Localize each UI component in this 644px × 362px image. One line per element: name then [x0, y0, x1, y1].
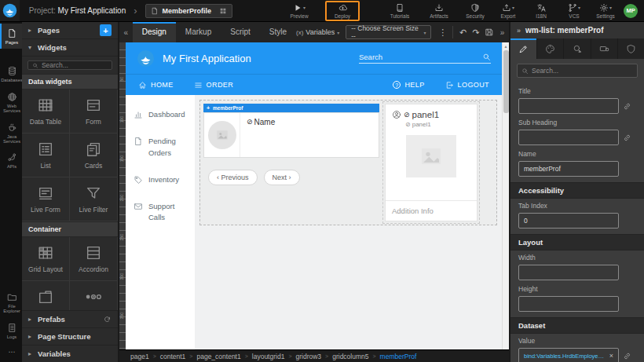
tab-styles[interactable]	[537, 38, 564, 59]
scrollbar-thumb[interactable]	[503, 50, 509, 113]
tutorials-button[interactable]: Tutorials	[388, 3, 412, 19]
bind-link-icon[interactable]	[623, 102, 631, 111]
tab-style[interactable]: Style	[260, 22, 296, 42]
prefabs-section-header[interactable]: ▸ Prefabs	[22, 310, 118, 327]
app-search-input[interactable]	[359, 53, 482, 61]
tab-design[interactable]: Design	[133, 22, 176, 42]
wavemaker-logo[interactable]	[0, 0, 20, 21]
value-bind-chip[interactable]: bind:Variables.HrdbEmployeeData.data ×	[518, 348, 619, 362]
nav-item-order[interactable]: ORDER	[194, 81, 234, 90]
tab-markup[interactable]: Markup	[176, 22, 221, 42]
next-button[interactable]: Next ›	[264, 170, 300, 185]
widget-tile-cards[interactable]: Cards	[70, 133, 118, 177]
title-input[interactable]	[518, 98, 619, 114]
refresh-prefabs-button[interactable]	[103, 315, 112, 324]
screen-size-select[interactable]: -- Choose Screen Size -- ▾	[346, 25, 431, 39]
tab-events[interactable]	[564, 38, 591, 59]
sidebar-item-java-services[interactable]: Java Services	[0, 118, 22, 148]
list-widget-memberprof[interactable]: + memberProf ⊘	[203, 104, 379, 221]
sidebar-more-button[interactable]: ⋯	[0, 343, 22, 362]
settings-button[interactable]: ▾ Settings	[594, 3, 617, 19]
save-button[interactable]	[483, 24, 496, 40]
i18n-button[interactable]: I18N	[529, 3, 553, 19]
widget-tile-live-filter[interactable]: Live Filter	[70, 177, 118, 221]
collapse-properties-button[interactable]: »	[517, 27, 521, 35]
list-widget-title-bar[interactable]: + memberProf	[203, 104, 379, 112]
widget-tile-live-form[interactable]: Live Form	[22, 177, 70, 221]
clear-bind-icon[interactable]: ×	[609, 352, 613, 360]
artifacts-button[interactable]: Artifacts	[427, 3, 451, 19]
breadcrumb-memberprof-active[interactable]: memberProf	[380, 353, 417, 360]
widget-tile-wizard[interactable]: Wizard	[70, 281, 118, 310]
widget-search-input[interactable]	[42, 61, 108, 69]
breadcrumb-page-content1[interactable]: page_content1	[196, 353, 240, 360]
bind-link-icon[interactable]	[623, 352, 631, 360]
tabindex-input[interactable]	[518, 213, 619, 229]
nav-item-logout[interactable]: LOGOUT	[445, 81, 489, 90]
page-icon	[151, 7, 159, 15]
sidebar-item-apis[interactable]: APIs	[0, 148, 22, 173]
widget-group-label: Data widgets	[22, 74, 118, 90]
mail-icon	[134, 202, 143, 211]
widgets-section-header[interactable]: ▾ Widgets	[22, 39, 118, 57]
nav-item-help[interactable]: ? HELP	[393, 81, 424, 89]
sidebar-item-file-explorer[interactable]: File Explorer	[0, 287, 22, 318]
breadcrumb-content1[interactable]: content1	[160, 353, 186, 360]
collapse-left-panel-button[interactable]: «	[119, 24, 133, 40]
sidebar-item-pages[interactable]: Pages	[0, 24, 22, 49]
list-item-template[interactable]: ⊘ Name	[203, 112, 379, 158]
page-selector-dropdown[interactable]: MemberProfile	[145, 4, 233, 18]
pages-section-header[interactable]: ▸ Pages +	[22, 22, 118, 39]
deploy-button[interactable]: Deploy	[331, 3, 354, 19]
variables-section-header[interactable]: ▸ Variables	[22, 345, 118, 362]
tab-security[interactable]	[618, 38, 644, 59]
breadcrumb-gridcolumn5[interactable]: gridcolumn5	[332, 353, 368, 360]
widget-tile-data-table[interactable]: Data Table	[22, 90, 70, 133]
tab-properties[interactable]	[510, 38, 537, 59]
tab-script[interactable]: Script	[221, 22, 260, 42]
height-input[interactable]	[518, 296, 619, 312]
collapse-right-panel-button[interactable]: »	[496, 24, 509, 40]
redo-button[interactable]: ↷	[470, 24, 483, 40]
export-button[interactable]: ▾ Export	[496, 3, 520, 19]
app-sidebar-label: Inventory	[148, 174, 179, 185]
vcs-button[interactable]: ▾ VCS	[562, 3, 586, 19]
preview-button[interactable]: ▾ Preview	[287, 3, 311, 19]
more-options-button[interactable]: ⋮	[436, 24, 449, 40]
widget-tile-list[interactable]: List	[22, 133, 70, 177]
variables-dropdown[interactable]: (x) Variables ▾	[296, 28, 339, 36]
app-sidebar-item-inventory[interactable]: Inventory	[126, 166, 195, 193]
help-icon: ?	[393, 81, 401, 89]
breadcrumb-page1[interactable]: page1	[130, 353, 149, 360]
panel-image-placeholder[interactable]	[406, 135, 456, 177]
gridrow-selection[interactable]: + memberProf ⊘	[199, 100, 497, 225]
properties-search-input[interactable]	[532, 67, 633, 75]
widget-tile-form[interactable]: Form	[70, 90, 118, 133]
sidebar-item-databases[interactable]: Databases	[0, 61, 22, 86]
canvas-scrollbar[interactable]: ▲	[502, 42, 509, 349]
app-sidebar-item-dashboard[interactable]: Dashboard	[126, 101, 195, 128]
undo-button[interactable]: ↶	[456, 24, 470, 40]
widget-tile-accordion[interactable]: Accordion	[70, 237, 118, 281]
panel-widget-panel1[interactable]: ⊘ panel1 ⊘ panel1	[385, 104, 478, 221]
widget-tile-tabs[interactable]: Tabs	[22, 281, 70, 310]
page-structure-section-header[interactable]: ▸ Page Structure	[22, 327, 118, 345]
bind-link-icon[interactable]	[623, 133, 631, 142]
name-input[interactable]	[518, 161, 619, 177]
app-sidebar-item-pending-orders[interactable]: Pending Orders	[126, 128, 195, 166]
user-avatar[interactable]: MP	[624, 4, 638, 18]
breadcrumb-layoutgrid1[interactable]: layoutgrid1	[252, 353, 285, 360]
previous-button[interactable]: ‹ Previous	[208, 170, 258, 185]
sidebar-item-web-services[interactable]: Web Services	[0, 87, 22, 118]
app-sidebar-item-support-calls[interactable]: Support Calls	[126, 193, 195, 232]
add-page-button[interactable]: +	[100, 24, 112, 36]
sidebar-item-logs[interactable]: Logs	[0, 318, 22, 343]
width-input[interactable]	[518, 265, 619, 280]
scroll-up-arrow[interactable]: ▲	[504, 42, 508, 50]
nav-item-home[interactable]: HOME	[138, 81, 174, 90]
tab-devices[interactable]	[591, 38, 618, 59]
subheading-input[interactable]	[518, 130, 619, 145]
breadcrumb-gridrow3[interactable]: gridrow3	[295, 353, 321, 360]
security-button[interactable]: Security	[463, 3, 487, 19]
widget-tile-grid-layout[interactable]: Grid Layout	[22, 237, 70, 281]
